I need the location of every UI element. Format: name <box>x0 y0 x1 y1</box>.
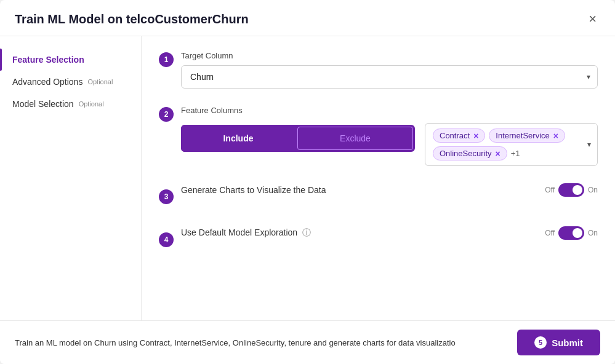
main-content: 1 Target Column Churn customerID gender … <box>142 36 615 320</box>
step3-badge: 3 <box>159 189 174 204</box>
step4-row: 4 Use Default Model Exploration ⓘ Off On <box>159 226 598 252</box>
tag-internet-service-label: InternetService <box>496 131 549 140</box>
step4-on-label: On <box>588 229 598 237</box>
footer-description: Train an ML model on Churn using Contrac… <box>15 338 507 347</box>
tag-contract: Contract × <box>433 129 485 143</box>
tag-internet-service-close[interactable]: × <box>553 132 558 140</box>
step4-info-icon[interactable]: ⓘ <box>302 228 311 237</box>
feature-columns-label: Feature Columns <box>181 106 415 115</box>
sidebar-badge-model-selection: Optional <box>79 100 104 108</box>
exclude-button[interactable]: Exclude <box>297 127 413 150</box>
tag-internet-service: InternetService × <box>489 129 565 143</box>
step3-content: Generate Charts to Visualize the Data Of… <box>181 183 598 209</box>
sidebar-item-advanced-options[interactable]: Advanced Options Optional <box>0 71 141 93</box>
feature-col-wrapper: Feature Columns Include Exclude <box>181 106 415 152</box>
sidebar-item-model-selection[interactable]: Model Selection Optional <box>0 93 141 115</box>
tags-more-count: +1 <box>511 149 520 158</box>
modal-title: Train ML Model on telcoCustomerChurn <box>15 12 249 26</box>
step2-row: 2 Feature Columns Include Exclude Contra… <box>159 106 598 166</box>
modal-header: Train ML Model on telcoCustomerChurn × <box>0 0 615 36</box>
close-button[interactable]: × <box>585 11 600 27</box>
target-column-select[interactable]: Churn customerID gender tenure <box>181 65 598 89</box>
step4-toggle-row: Use Default Model Exploration ⓘ Off On <box>181 226 598 240</box>
include-exclude-bar: Include Exclude <box>181 125 415 152</box>
step4-content: Use Default Model Exploration ⓘ Off On <box>181 226 598 252</box>
submit-step-badge: 5 <box>534 336 547 349</box>
sidebar-label-advanced-options: Advanced Options <box>12 77 82 87</box>
submit-button[interactable]: 5 Submit <box>517 330 600 355</box>
modal-body: Feature Selection Advanced Options Optio… <box>0 36 615 320</box>
step4-badge: 4 <box>159 232 174 247</box>
tags-row: Contract × InternetService × OnlineSecur… <box>425 123 598 166</box>
tag-online-security-label: OnlineSecurity <box>440 149 492 158</box>
step3-toggle-group: Off On <box>545 183 598 197</box>
modal: Train ML Model on telcoCustomerChurn × F… <box>0 0 615 364</box>
step2-badge: 2 <box>159 107 174 122</box>
step4-off-label: Off <box>545 229 555 237</box>
step4-toggle-group: Off On <box>545 226 598 240</box>
step3-label: Generate Charts to Visualize the Data <box>181 185 537 195</box>
tag-online-security-close[interactable]: × <box>496 149 500 158</box>
step3-off-label: Off <box>545 186 555 194</box>
step4-label: Use Default Model Exploration ⓘ <box>181 228 537 239</box>
tag-online-security: OnlineSecurity × <box>433 146 507 160</box>
sidebar-item-feature-selection[interactable]: Feature Selection <box>0 49 141 71</box>
sidebar-label-feature-selection: Feature Selection <box>12 55 84 65</box>
tag-contract-close[interactable]: × <box>473 132 478 140</box>
sidebar-badge-advanced-options: Optional <box>87 78 113 85</box>
sidebar-label-model-selection: Model Selection <box>12 99 74 109</box>
step1-row: 1 Target Column Churn customerID gender … <box>159 51 598 89</box>
submit-label: Submit <box>552 338 583 348</box>
step3-toggle[interactable] <box>558 183 584 197</box>
step1-badge: 1 <box>159 52 174 67</box>
step3-row: 3 Generate Charts to Visualize the Data … <box>159 183 598 209</box>
tag-contract-label: Contract <box>440 131 470 140</box>
step1-content: Target Column Churn customerID gender te… <box>181 51 598 89</box>
target-column-wrapper: Churn customerID gender tenure ▾ <box>181 65 598 89</box>
tags-container-wrapper: Contract × InternetService × OnlineSecur… <box>425 106 598 166</box>
step4-toggle[interactable] <box>558 226 584 240</box>
tags-dropdown-icon[interactable]: ▾ <box>587 140 591 149</box>
modal-footer: Train an ML model on Churn using Contrac… <box>0 320 615 364</box>
include-button[interactable]: Include <box>181 125 295 152</box>
step2-content: Feature Columns Include Exclude Contract… <box>181 106 598 166</box>
sidebar: Feature Selection Advanced Options Optio… <box>0 36 142 320</box>
step3-on-label: On <box>588 186 598 194</box>
step3-toggle-row: Generate Charts to Visualize the Data Of… <box>181 183 598 197</box>
target-column-label: Target Column <box>181 51 598 60</box>
